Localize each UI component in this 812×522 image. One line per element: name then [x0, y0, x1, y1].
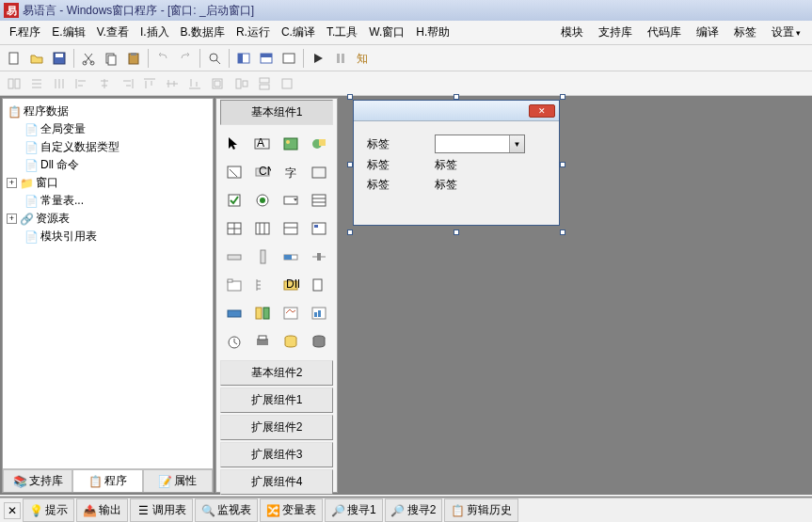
pointer-tool-icon[interactable]: [222, 132, 247, 156]
menu-support-lib[interactable]: 支持库: [591, 23, 640, 42]
comp28-icon[interactable]: [307, 301, 331, 325]
align7-icon[interactable]: [139, 73, 160, 94]
palette-main-tab[interactable]: 基本组件1: [220, 100, 333, 125]
run-icon[interactable]: [308, 48, 328, 69]
palette-tab-4[interactable]: 扩展组件2: [220, 415, 333, 440]
redo-icon[interactable]: [175, 48, 196, 69]
form-label[interactable]: 标签: [435, 157, 480, 173]
menu-insert[interactable]: I.插入: [135, 23, 175, 42]
copy-icon[interactable]: [101, 48, 121, 69]
timer-tool-icon[interactable]: [222, 329, 247, 354]
menu-module[interactable]: 模块: [553, 23, 591, 42]
text-tool-icon[interactable]: 字: [279, 160, 303, 184]
find-icon[interactable]: [204, 48, 225, 69]
expand-icon[interactable]: +: [7, 214, 17, 224]
form-close-button[interactable]: ✕: [529, 104, 555, 118]
list-tool-icon[interactable]: [307, 188, 331, 213]
image-tool-icon[interactable]: [279, 132, 303, 156]
bottom-tab-hint[interactable]: 💡提示: [23, 498, 74, 522]
size3-icon[interactable]: [277, 73, 297, 94]
grid1-tool-icon[interactable]: [222, 216, 247, 241]
design-surface[interactable]: ✕ 标签 ▼ 标签 标签 标签 标签: [340, 98, 810, 493]
db2-tool-icon[interactable]: [307, 329, 331, 354]
align5-icon[interactable]: [94, 73, 115, 94]
tab-tool-icon[interactable]: [222, 273, 247, 297]
chevron-down-icon[interactable]: ▼: [509, 135, 524, 152]
design-form-window[interactable]: ✕ 标签 ▼ 标签 标签 标签 标签: [353, 100, 560, 226]
tree-item[interactable]: 📄全局变量: [5, 120, 211, 138]
form-titlebar[interactable]: ✕: [354, 101, 559, 121]
align10-icon[interactable]: [207, 73, 228, 94]
shape-tool-icon[interactable]: [307, 132, 331, 156]
tab-support-lib[interactable]: 📚支持库: [3, 469, 72, 492]
grid2-tool-icon[interactable]: [250, 216, 275, 241]
print-tool-icon[interactable]: [250, 329, 275, 354]
menu-view[interactable]: V.查看: [91, 23, 135, 42]
menu-window[interactable]: W.窗口: [363, 23, 410, 42]
layout1-icon[interactable]: [233, 48, 254, 69]
menu-compile[interactable]: C.编译: [276, 23, 321, 42]
tab-program[interactable]: 📋程序: [72, 469, 142, 492]
bottom-tab-output[interactable]: 📤输出: [76, 498, 128, 522]
align2-icon[interactable]: [26, 73, 47, 94]
grid3-tool-icon[interactable]: [279, 216, 303, 241]
tree-tool-icon[interactable]: [250, 273, 275, 297]
palette-tab-5[interactable]: 扩展组件3: [220, 442, 333, 467]
frame-tool-icon[interactable]: [307, 160, 331, 184]
palette-tab-3[interactable]: 扩展组件1: [220, 388, 333, 413]
edit-tool-icon[interactable]: [222, 160, 247, 184]
dir-tool-icon[interactable]: DIR: [279, 273, 303, 297]
save-icon[interactable]: [49, 48, 70, 69]
bottom-tab-watch[interactable]: 🔍监视表: [195, 498, 258, 522]
tree-root[interactable]: 📋 程序数据: [5, 103, 211, 120]
progress-tool-icon[interactable]: [279, 245, 303, 269]
bottom-tab-vars[interactable]: 🔀变量表: [260, 498, 323, 522]
layout3-icon[interactable]: [279, 48, 299, 69]
button-tool-icon[interactable]: CN: [250, 160, 275, 184]
tree-item[interactable]: 📄模块引用表: [5, 228, 211, 245]
new-file-icon[interactable]: [4, 48, 24, 69]
bottom-tab-search2[interactable]: 🔎搜寻2: [385, 498, 443, 522]
size1-icon[interactable]: [231, 73, 252, 94]
cut-icon[interactable]: [78, 48, 99, 69]
checkbox-tool-icon[interactable]: [222, 188, 247, 213]
db1-tool-icon[interactable]: [279, 329, 303, 354]
vscroll-tool-icon[interactable]: [250, 245, 275, 269]
combo-tool-icon[interactable]: [279, 188, 303, 213]
menu-tools[interactable]: T.工具: [321, 23, 363, 42]
menu-edit[interactable]: E.编辑: [46, 23, 90, 42]
menu-help[interactable]: H.帮助: [410, 23, 455, 42]
layout2-icon[interactable]: [256, 48, 277, 69]
form-label[interactable]: 标签: [367, 177, 412, 193]
tree-item[interactable]: +🔗资源表: [5, 210, 211, 228]
pause-icon[interactable]: [330, 48, 351, 69]
knowledge-icon[interactable]: 知: [353, 48, 374, 69]
align4-icon[interactable]: [72, 73, 92, 94]
tree-item[interactable]: 📄自定义数据类型: [5, 138, 211, 156]
comp27-icon[interactable]: [279, 301, 303, 325]
palette-tab-2[interactable]: 基本组件2: [220, 360, 333, 386]
paste-icon[interactable]: [123, 48, 144, 69]
menu-tags[interactable]: 标签: [726, 23, 764, 42]
menu-database[interactable]: B.数据库: [175, 23, 231, 42]
close-panel-button[interactable]: ✕: [4, 502, 21, 519]
form-label[interactable]: 标签: [435, 177, 480, 193]
tab-properties[interactable]: 📝属性: [143, 469, 213, 492]
undo-icon[interactable]: [152, 48, 173, 69]
menu-codelib[interactable]: 代码库: [640, 23, 689, 42]
menu-program[interactable]: F.程序: [4, 23, 46, 42]
menu-translate[interactable]: 编译: [689, 23, 726, 42]
file-tool-icon[interactable]: [307, 273, 331, 297]
expand-icon[interactable]: +: [7, 178, 17, 188]
form-body[interactable]: 标签 ▼ 标签 标签 标签 标签: [354, 121, 559, 225]
project-tree[interactable]: 📋 程序数据 📄全局变量 📄自定义数据类型 📄Dll 命令 +📁窗口 📄常量表.…: [3, 99, 213, 468]
open-file-icon[interactable]: [26, 48, 47, 69]
bottom-tab-search1[interactable]: 🔎搜寻1: [325, 498, 383, 522]
grid4-tool-icon[interactable]: [307, 216, 331, 241]
radio-tool-icon[interactable]: [250, 188, 275, 213]
align9-icon[interactable]: [184, 73, 205, 94]
hscroll-tool-icon[interactable]: [222, 245, 247, 269]
size2-icon[interactable]: [254, 73, 275, 94]
form-label[interactable]: 标签: [367, 157, 412, 173]
align3-icon[interactable]: [49, 73, 70, 94]
